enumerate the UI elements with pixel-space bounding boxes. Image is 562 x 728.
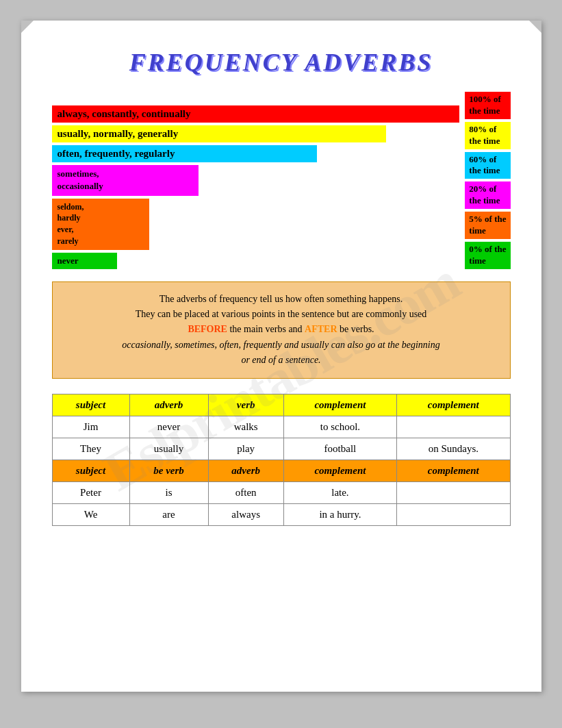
info-line4: occasionally, sometimes, often, frequent…: [122, 340, 440, 350]
th-complement2-1: complement: [397, 394, 510, 416]
th-verb-1: verb: [208, 394, 283, 416]
th-subject-1: subject: [52, 394, 129, 416]
cell-verb-walks: walks: [208, 416, 283, 438]
table-row: Peter is often late.: [52, 481, 510, 503]
pct-5: 5% of thetime: [465, 212, 510, 239]
th-complement1-2: complement: [283, 460, 396, 481]
bar-sometimes: sometimes,occasionally: [52, 165, 199, 195]
cell-comp-empty-1: [397, 416, 510, 438]
page-title: FREQUENCY ADVERBS: [52, 48, 511, 77]
cell-subject-peter: Peter: [52, 481, 129, 503]
cell-comp-empty-4: [397, 503, 510, 525]
pct-100: 100% ofthe time: [465, 92, 510, 119]
cell-adverb-usually: usually: [129, 438, 208, 460]
th-beverb-2: be verb: [129, 460, 208, 481]
pct-0: 0% of thetime: [465, 242, 510, 269]
percentages-column: 100% ofthe time 80% ofthe time 60% ofthe…: [465, 92, 510, 269]
table-header-row-1: subject adverb verb complement complemen…: [52, 394, 510, 416]
bars-column: always, constantly, continually usually,…: [52, 105, 460, 269]
th-adverb-1: adverb: [129, 394, 208, 416]
cell-comp-late: late.: [283, 481, 396, 503]
bar-seldom: seldom,hardlyever,rarely: [52, 199, 150, 250]
frequency-table: subject adverb verb complement complemen…: [52, 394, 511, 526]
th-complement2-2: complement: [397, 460, 510, 481]
pct-80: 80% ofthe time: [465, 122, 510, 149]
page: FREQUENCY ADVERBS always, constantly, co…: [21, 21, 541, 692]
cell-verb-play: play: [208, 438, 283, 460]
table-row: Jim never walks to school.: [52, 416, 510, 438]
pct-60: 60% ofthe time: [465, 152, 510, 179]
cell-beverb-is: is: [129, 481, 208, 503]
info-line3-end: be verbs.: [337, 324, 374, 334]
info-line1: The adverbs of frequency tell us how oft…: [159, 294, 403, 304]
bar-always: always, constantly, continually: [52, 105, 460, 123]
frequency-bars-section: always, constantly, continually usually,…: [52, 92, 511, 269]
cell-adverb-often: often: [208, 481, 283, 503]
pct-20: 20% ofthe time: [465, 181, 510, 209]
cell-subject-jim: Jim: [52, 416, 129, 438]
cell-adverb-always: always: [208, 503, 283, 525]
cell-beverb-are: are: [129, 503, 208, 525]
info-box: The adverbs of frequency tell us how oft…: [52, 281, 511, 379]
cell-comp-empty-3: [397, 481, 510, 503]
th-adverb-2: adverb: [208, 460, 283, 481]
th-subject-2: subject: [52, 460, 129, 481]
cell-comp-sundays: on Sundays.: [397, 438, 510, 460]
bar-often: often, frequently, regularly: [52, 145, 317, 162]
cell-comp-football: football: [283, 438, 396, 460]
cell-comp-hurry: in a hurry.: [283, 503, 396, 525]
bar-never: never: [52, 253, 117, 269]
table-row: They usually play football on Sundays.: [52, 438, 510, 460]
th-complement1-1: complement: [283, 394, 396, 416]
cell-comp-school: to school.: [283, 416, 396, 438]
info-after-word: AFTER: [305, 324, 337, 334]
info-line3-mid: the main verbs and: [227, 324, 305, 334]
table-header-row-2: subject be verb adverb complement comple…: [52, 460, 510, 481]
info-line2: They can be placed at various points in …: [136, 309, 427, 319]
bar-usually: usually, normally, generally: [52, 125, 387, 142]
cell-subject-they: They: [52, 438, 129, 460]
table-row: We are always in a hurry.: [52, 503, 510, 525]
cell-adverb-never: never: [129, 416, 208, 438]
info-before-word: BEFORE: [188, 324, 227, 334]
cell-subject-we: We: [52, 503, 129, 525]
info-line5: or end of a sentence.: [241, 355, 320, 365]
